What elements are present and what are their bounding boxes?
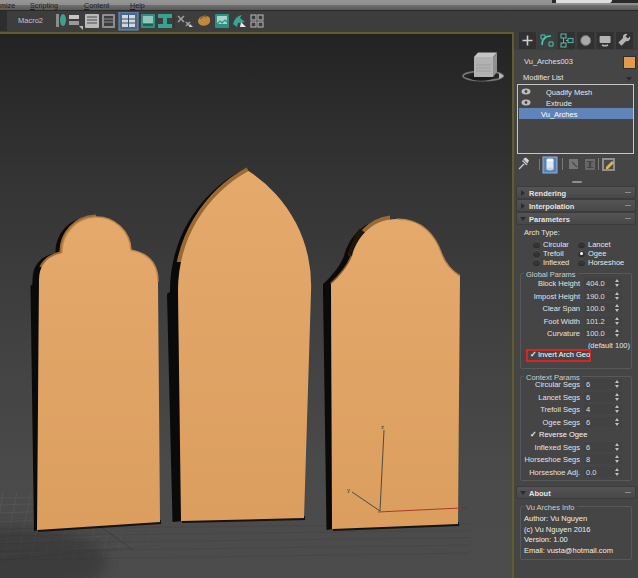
svg-text:z: z xyxy=(381,424,384,430)
svg-text:y: y xyxy=(347,487,350,493)
